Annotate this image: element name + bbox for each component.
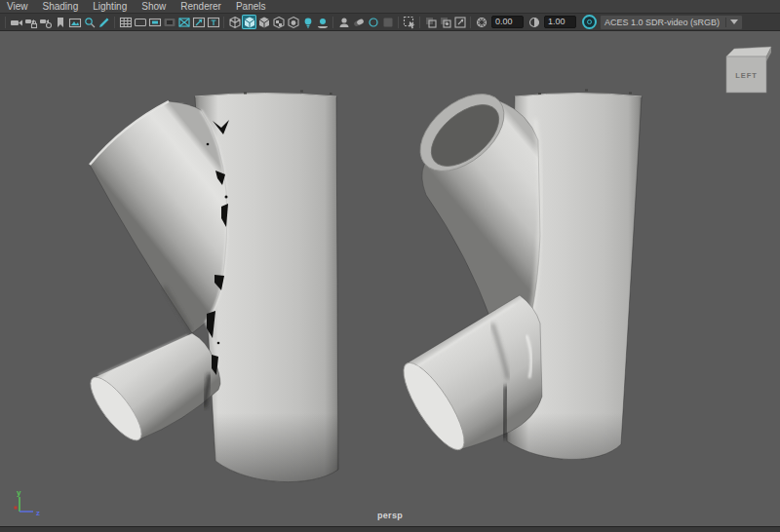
grid-icon[interactable] xyxy=(118,15,133,29)
all-lights-icon[interactable] xyxy=(300,15,315,29)
gamma-field[interactable]: 1.00 xyxy=(544,16,576,28)
use-default-material-icon[interactable] xyxy=(286,15,300,29)
exposure-icon[interactable] xyxy=(474,15,488,29)
scene-3d: LEFT y z xyxy=(0,31,780,526)
menu-renderer[interactable]: Renderer xyxy=(180,0,221,13)
image-plane-icon[interactable] xyxy=(67,15,82,29)
axis-x-marker xyxy=(15,507,18,510)
panel-menubar: View Shading Lighting Show Renderer Pane… xyxy=(0,0,780,13)
two-d-pan-zoom-icon[interactable] xyxy=(82,15,97,29)
toolbar-separator xyxy=(419,17,420,28)
view-cube[interactable]: LEFT xyxy=(726,47,771,93)
view-transform-value: ACES 1.0 SDR-video (sRGB) xyxy=(604,18,720,27)
shadows-icon[interactable] xyxy=(315,15,330,29)
bookmarks-icon[interactable] xyxy=(53,15,67,29)
shaded-icon[interactable] xyxy=(242,15,256,29)
gamma-icon[interactable] xyxy=(526,15,541,29)
textured-icon[interactable] xyxy=(271,15,286,29)
axis-gizmo: y z xyxy=(15,488,41,517)
axis-y-label: y xyxy=(17,488,21,497)
chevron-down-icon xyxy=(730,19,738,24)
xray-joints-icon[interactable] xyxy=(438,15,452,29)
select-camera-icon[interactable] xyxy=(9,15,23,29)
grease-pencil-icon[interactable] xyxy=(97,15,111,29)
menu-lighting[interactable]: Lighting xyxy=(93,0,127,13)
color-management-icon[interactable] xyxy=(582,15,597,29)
view-transform-dropdown[interactable]: ACES 1.0 SDR-video (sRGB) xyxy=(600,15,743,30)
screen-space-ao-icon[interactable] xyxy=(336,15,351,29)
isolate-select-icon[interactable] xyxy=(402,15,416,29)
camera-attributes-icon[interactable] xyxy=(38,15,53,29)
camera-name-label: persp xyxy=(377,511,403,520)
lock-camera-icon[interactable] xyxy=(23,15,38,29)
menu-view[interactable]: View xyxy=(7,0,28,13)
xray-icon[interactable] xyxy=(423,15,438,29)
safe-action-icon[interactable] xyxy=(191,15,206,29)
menu-shading[interactable]: Shading xyxy=(43,0,79,13)
viewport-canvas[interactable]: LEFT y z persp xyxy=(0,31,780,526)
axis-z-label: z xyxy=(36,509,40,517)
field-chart-icon[interactable] xyxy=(176,15,191,29)
film-gate-icon[interactable] xyxy=(133,15,147,29)
menu-panels[interactable]: Panels xyxy=(236,0,266,13)
view-cube-face-label[interactable]: LEFT xyxy=(735,71,758,80)
gate-mask-icon[interactable] xyxy=(162,15,176,29)
menu-show[interactable]: Show xyxy=(141,0,166,13)
toolbar-separator xyxy=(5,17,6,28)
toolbar-separator xyxy=(223,17,224,28)
toolbar-separator xyxy=(470,17,471,28)
xray-active-components-icon[interactable] xyxy=(452,15,467,29)
pipe-clean[interactable] xyxy=(394,79,645,489)
anti-aliasing-icon[interactable] xyxy=(366,15,380,29)
wireframe-on-shaded-icon[interactable] xyxy=(256,15,271,29)
wireframe-icon[interactable] xyxy=(227,15,242,29)
bottom-edge-strip xyxy=(0,526,780,531)
motion-blur-icon[interactable] xyxy=(351,15,366,29)
toolbar-separator xyxy=(332,17,333,28)
pipe-with-boolean-artifacts[interactable] xyxy=(83,91,345,490)
toolbar-separator xyxy=(398,17,399,28)
depth-of-field-icon[interactable] xyxy=(380,15,395,29)
maya-viewport-panel: View Shading Lighting Show Renderer Pane… xyxy=(0,0,780,532)
exposure-field[interactable]: 0.00 xyxy=(491,16,524,28)
panel-toolbar: 0.00 1.00 ACES 1.0 SDR-video (sRGB) xyxy=(0,13,780,31)
safe-title-icon[interactable] xyxy=(206,15,220,29)
resolution-gate-icon[interactable] xyxy=(147,15,162,29)
toolbar-separator xyxy=(114,17,115,28)
